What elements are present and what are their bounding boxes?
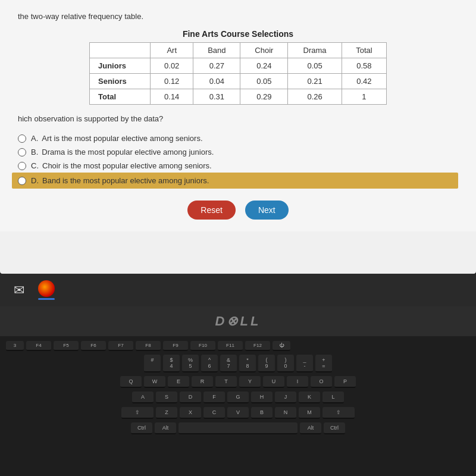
key-f7[interactable]: F7 [108,341,133,351]
key-shift[interactable]: ⇧ [121,407,154,419]
key-z[interactable]: Z [156,407,177,419]
key-u[interactable]: U [263,376,284,388]
key-percent[interactable]: %5 [182,355,199,372]
reset-button[interactable]: Reset [187,201,236,220]
key-ctrl[interactable]: Ctrl [131,422,152,434]
key-x[interactable]: X [180,407,201,419]
row-label-juniors: Juniors [90,58,151,74]
key-s[interactable]: S [156,392,177,403]
option-d-text: Band is the most popular elective among … [42,176,209,185]
radio-a[interactable] [18,134,26,143]
key-o[interactable]: O [311,376,332,388]
key-f9[interactable]: F9 [163,341,188,351]
key-f4[interactable]: F4 [26,341,51,351]
col-header-art: Art [151,43,193,58]
option-c-text: Choir is the most popular elective among… [42,161,212,170]
firefox-icon[interactable] [37,281,56,300]
asdf-row: A S D F G H J K L [0,392,476,403]
key-rparen[interactable]: )0 [277,355,294,372]
col-header-band: Band [193,43,240,58]
col-header-choir: Choir [240,43,288,58]
key-v[interactable]: V [227,407,249,419]
key-alt-right[interactable]: Alt [300,422,321,434]
key-plus[interactable]: += [315,355,332,372]
key-b[interactable]: B [251,407,273,419]
next-button[interactable]: Next [245,201,289,220]
key-ctrl-right[interactable]: Ctrl [324,422,345,434]
key-f5[interactable]: F5 [54,341,79,351]
qwerty-row: Q W E R T Y U I O P [0,376,476,388]
cell-seniors-choir: 0.05 [240,74,288,89]
key-3[interactable]: 3 [6,341,24,351]
key-ampersand[interactable]: &7 [220,355,237,372]
radio-c[interactable] [18,162,26,170]
radio-b[interactable] [18,148,26,156]
key-f10[interactable]: F10 [190,341,215,351]
key-q[interactable]: Q [120,376,142,388]
key-alt[interactable]: Alt [155,422,176,434]
option-a[interactable]: A. Art is the most popular elective amon… [18,131,458,145]
option-d[interactable]: D. Band is the most popular elective amo… [12,173,458,189]
cell-juniors-art: 0.02 [151,58,193,74]
key-m[interactable]: M [299,407,320,419]
key-dollar[interactable]: $4 [163,355,180,372]
key-i[interactable]: I [287,376,308,388]
key-p[interactable]: P [334,376,356,388]
key-r[interactable]: R [192,376,213,388]
key-caret[interactable]: ^6 [201,355,218,372]
key-d[interactable]: D [180,392,201,403]
intro-text: the two-way relative frequency table. [18,12,458,21]
cell-total-band: 0.31 [193,89,240,105]
key-c[interactable]: C [203,407,225,419]
key-f8[interactable]: F8 [136,341,161,351]
firefox-underline [38,298,55,300]
key-f12[interactable]: F12 [245,341,270,351]
cell-seniors-art: 0.12 [151,74,193,89]
key-power[interactable]: ⏻ [273,341,290,351]
keyboard: 3 F4 F5 F6 F7 F8 F9 F10 F11 F12 ⏻ # $4 %… [0,336,476,476]
cell-total-choir: 0.29 [240,89,288,105]
key-f11[interactable]: F11 [218,341,243,351]
key-l[interactable]: L [322,392,344,403]
key-e[interactable]: E [168,376,189,388]
col-header-empty [90,43,151,58]
options-list: A. Art is the most popular elective amon… [18,131,458,189]
key-y[interactable]: Y [239,376,261,388]
question-text: hich observation is supported by the dat… [18,114,458,123]
firefox-logo [38,280,55,297]
content-area: the two-way relative frequency table. Fi… [0,0,476,231]
option-b-letter: B. [31,148,38,156]
screen: the two-way relative frequency table. Fi… [0,0,476,274]
key-space[interactable] [178,422,298,434]
key-j[interactable]: J [275,392,296,403]
key-lparen[interactable]: (9 [258,355,275,372]
key-hash[interactable]: # [144,355,161,372]
key-asterisk[interactable]: *8 [239,355,256,372]
key-f[interactable]: F [203,392,225,403]
cell-total-art: 0.14 [151,89,193,105]
key-w[interactable]: W [144,376,165,388]
row-label-total: Total [90,89,151,105]
key-f6[interactable]: F6 [81,341,106,351]
cell-juniors-total: 0.58 [342,58,386,74]
mail-icon[interactable]: ✉ [10,281,29,300]
key-a[interactable]: A [132,392,154,403]
option-c[interactable]: C. Choir is the most popular elective am… [18,159,458,173]
key-minus[interactable]: _- [296,355,313,372]
option-b-text: Drama is the most popular elective among… [42,148,214,156]
key-k[interactable]: K [299,392,320,403]
option-b[interactable]: B. Drama is the most popular elective am… [18,145,458,159]
option-a-text: Art is the most popular elective among s… [42,134,202,143]
table-row: Juniors 0.02 0.27 0.24 0.05 0.58 [90,58,387,74]
radio-d[interactable] [18,177,26,185]
table-title: Fine Arts Course Selections [18,29,458,39]
option-d-letter: D. [31,176,39,185]
key-h[interactable]: H [251,392,273,403]
cell-total-drama: 0.26 [288,89,342,105]
key-shift-right[interactable]: ⇧ [322,407,355,419]
key-n[interactable]: N [275,407,296,419]
option-a-letter: A. [31,134,38,143]
key-g[interactable]: G [227,392,249,403]
key-t[interactable]: T [215,376,237,388]
cell-juniors-band: 0.27 [193,58,240,74]
